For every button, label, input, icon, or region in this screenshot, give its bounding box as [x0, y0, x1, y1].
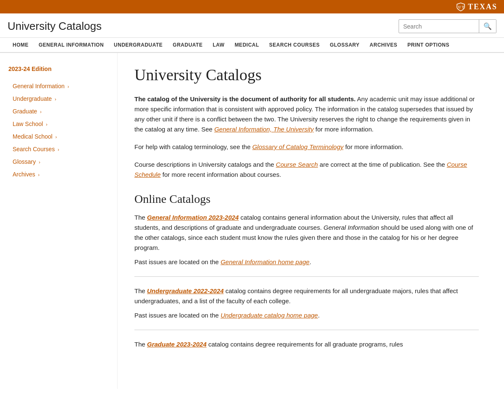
nav-item-print-options[interactable]: PRINT OPTIONS	[402, 38, 454, 52]
intro-paragraph: The catalog of the University is the doc…	[134, 94, 479, 134]
chevron-icon: ›	[55, 134, 57, 139]
para3-middle: are correct at the time of publication. …	[318, 161, 447, 168]
sidebar-item-undergraduate[interactable]: Undergraduate ›	[8, 92, 109, 105]
catalog1-before: The	[134, 214, 147, 221]
nav-item-home[interactable]: HOME	[8, 38, 34, 52]
catalog3-after: catalog contains degree requirements for…	[207, 341, 403, 348]
nav-item-graduate[interactable]: GRADUATE	[168, 38, 207, 52]
course-search-paragraph: Course descriptions in University catalo…	[134, 160, 479, 180]
catalog2-past-link[interactable]: Undergraduate catalog home page	[220, 312, 318, 319]
para2-after: for more information.	[344, 143, 404, 150]
sidebar-item-archives[interactable]: Archives ›	[8, 168, 109, 181]
sidebar-item-medical-school[interactable]: Medical School ›	[8, 130, 109, 143]
chevron-icon: ›	[55, 97, 56, 102]
catalog1-past-link[interactable]: General Information home page	[220, 258, 310, 265]
search-input[interactable]	[399, 21, 479, 32]
catalog1-block: The General Information 2023-2024 catalo…	[134, 213, 479, 253]
intro-bold: The catalog of the University is the doc…	[134, 95, 356, 102]
glossary-link[interactable]: Glossary of Catalog Terminology	[252, 143, 344, 150]
sidebar-item-law-school[interactable]: Law School ›	[8, 118, 109, 130]
nav-item-archives[interactable]: ARCHIVES	[365, 38, 402, 52]
general-info-link[interactable]: General Information, The University	[214, 126, 314, 133]
nav-item-search-courses[interactable]: SEARCH COURSES	[264, 38, 325, 52]
catalog2-past-before: Past issues are located on the	[134, 312, 220, 319]
nav-item-medical[interactable]: MEDICAL	[230, 38, 264, 52]
top-bar: UT TEXAS	[0, 0, 504, 13]
chevron-icon: ›	[38, 172, 40, 177]
catalog2-block: The Undergraduate 2022-2024 catalog cont…	[134, 286, 479, 306]
chevron-icon: ›	[58, 147, 59, 152]
intro-link1-after: for more information.	[314, 126, 374, 133]
course-search-link[interactable]: Course Search	[276, 161, 318, 168]
catalog1-link[interactable]: General Information 2023-2024	[147, 214, 239, 221]
main-content: University Catalogs The catalog of the U…	[118, 53, 496, 389]
nav-item-glossary[interactable]: GLOSSARY	[325, 38, 365, 52]
chevron-icon: ›	[46, 122, 47, 127]
catalog1-em: General Information	[323, 224, 379, 231]
ut-logo: UT TEXAS	[456, 2, 497, 11]
catalog3-link[interactable]: Graduate 2023-2024	[147, 341, 207, 348]
site-header: University Catalogs 🔍	[0, 13, 504, 38]
site-title: University Catalogs	[8, 20, 102, 33]
catalog-divider-1	[134, 276, 479, 277]
catalog1-past-after: .	[310, 258, 311, 265]
catalog3-block: The Graduate 2023-2024 catalog contains …	[134, 339, 479, 349]
ut-shield-icon: UT	[456, 2, 465, 11]
sidebar-item-glossary[interactable]: Glossary ›	[8, 155, 109, 168]
online-catalogs-heading: Online Catalogs	[134, 192, 479, 206]
search-box: 🔍	[399, 19, 496, 33]
sidebar-item-graduate[interactable]: Graduate ›	[8, 105, 109, 118]
catalog2-past: Past issues are located on the Undergrad…	[134, 310, 479, 320]
chevron-icon: ›	[39, 160, 40, 165]
catalog1-past: Past issues are located on the General I…	[134, 257, 479, 267]
sidebar-items: General Information ›Undergraduate ›Grad…	[8, 80, 109, 181]
page-title: University Catalogs	[134, 66, 479, 84]
main-nav: HOMEGENERAL INFORMATIONUNDERGRADUATEGRAD…	[0, 38, 504, 53]
catalog2-before: The	[134, 287, 147, 294]
sidebar: 2023-24 Edition General Information ›Und…	[0, 53, 118, 389]
edition-label: 2023-24 Edition	[8, 66, 109, 72]
nav-item-undergraduate[interactable]: UNDERGRADUATE	[109, 38, 168, 52]
ut-logo-text: TEXAS	[468, 3, 497, 11]
catalog2-past-after: .	[318, 312, 320, 319]
nav-item-general-information[interactable]: GENERAL INFORMATION	[34, 38, 109, 52]
search-button[interactable]: 🔍	[479, 20, 496, 33]
sidebar-item-general-information[interactable]: General Information ›	[8, 80, 109, 92]
para2-before: For help with catalog terminology, see t…	[134, 143, 252, 150]
chevron-icon: ›	[40, 109, 42, 114]
content-wrapper: 2023-24 Edition General Information ›Und…	[0, 53, 504, 389]
chevron-icon: ›	[68, 84, 69, 89]
para3-before: Course descriptions in University catalo…	[134, 161, 276, 168]
catalog2-link[interactable]: Undergraduate 2022-2024	[147, 287, 224, 294]
catalog3-before: The	[134, 341, 147, 348]
catalog1-past-before: Past issues are located on the	[134, 258, 220, 265]
para3-after: for more recent information about course…	[161, 171, 281, 178]
nav-item-law[interactable]: LAW	[207, 38, 229, 52]
sidebar-item-search-courses[interactable]: Search Courses ›	[8, 143, 109, 155]
catalog-divider-2	[134, 330, 479, 330]
glossary-paragraph: For help with catalog terminology, see t…	[134, 142, 479, 152]
svg-text:UT: UT	[458, 5, 465, 9]
